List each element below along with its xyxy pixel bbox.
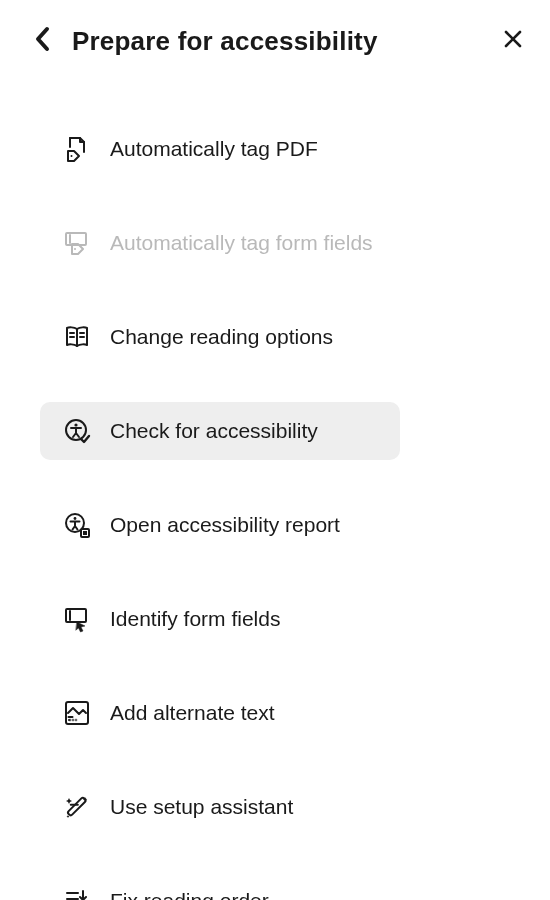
svg-rect-16 <box>83 531 87 535</box>
menu-item-label: Change reading options <box>110 325 333 349</box>
svg-point-5 <box>74 248 76 250</box>
reading-order-icon <box>62 886 92 900</box>
accessibility-tools-panel: Prepare for accessibility Automatically … <box>0 0 550 900</box>
menu-item-label: Automatically tag PDF <box>110 137 318 161</box>
identify-fields-icon <box>62 604 92 634</box>
menu-item-check-accessibility[interactable]: Check for accessibility <box>40 402 400 460</box>
menu-item-fix-reading-order[interactable]: Fix reading order <box>40 872 400 900</box>
menu-item-add-alt-text[interactable]: Add alternate text <box>40 684 400 742</box>
svg-point-14 <box>74 517 77 520</box>
menu-item-label: Use setup assistant <box>110 795 293 819</box>
menu-item-setup-assistant[interactable]: Use setup assistant <box>40 778 400 836</box>
alt-text-icon <box>62 698 92 728</box>
accessibility-check-icon <box>62 416 92 446</box>
menu-item-autotag-form-fields: Automatically tag form fields <box>40 214 400 272</box>
panel-header: Prepare for accessibility <box>20 18 530 76</box>
svg-point-22 <box>70 720 71 721</box>
panel-title: Prepare for accessibility <box>72 26 484 57</box>
svg-point-23 <box>73 720 74 721</box>
svg-point-24 <box>76 720 77 721</box>
svg-point-2 <box>71 155 73 157</box>
tool-list: Automatically tag PDF Automatically tag … <box>20 76 530 900</box>
menu-item-label: Add alternate text <box>110 701 275 725</box>
svg-rect-25 <box>67 797 86 816</box>
menu-item-label: Fix reading order <box>110 889 269 900</box>
form-field-tag-icon <box>62 228 92 258</box>
menu-item-label: Open accessibility report <box>110 513 340 537</box>
document-tag-icon <box>62 134 92 164</box>
accessibility-report-icon <box>62 510 92 540</box>
menu-item-autotag-pdf[interactable]: Automatically tag PDF <box>40 120 400 178</box>
chevron-left-icon <box>34 26 52 56</box>
close-button[interactable] <box>496 24 530 58</box>
magic-wand-icon <box>62 792 92 822</box>
menu-item-reading-options[interactable]: Change reading options <box>40 308 400 366</box>
menu-item-open-report[interactable]: Open accessibility report <box>40 496 400 554</box>
menu-item-label: Automatically tag form fields <box>110 231 373 255</box>
open-book-icon <box>62 322 92 352</box>
menu-item-label: Identify form fields <box>110 607 280 631</box>
menu-item-identify-form-fields[interactable]: Identify form fields <box>40 590 400 648</box>
menu-item-label: Check for accessibility <box>110 419 318 443</box>
back-button[interactable] <box>26 24 60 58</box>
svg-point-12 <box>74 423 77 426</box>
close-icon <box>503 29 523 53</box>
